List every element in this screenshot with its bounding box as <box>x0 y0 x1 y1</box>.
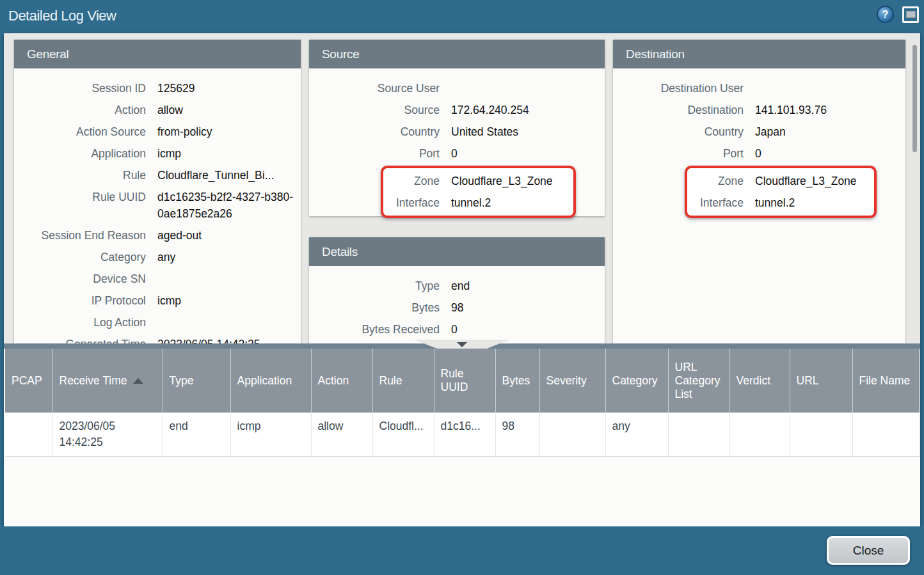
general-panel: General Session ID125629 Actionallow Act… <box>14 40 301 343</box>
source-zone-interface-highlight: ZoneCloudflare_L3_Zone Interfacetunnel.2 <box>381 166 576 218</box>
general-panel-header: General <box>14 40 301 68</box>
section-splitter[interactable] <box>4 343 920 349</box>
window-popout-icon-inner <box>906 11 916 18</box>
col-header-rule[interactable]: Rule <box>372 349 434 413</box>
col-header-type[interactable]: Type <box>163 349 230 413</box>
cell-receive-time: 2023/06/05 14:42:25 <box>52 413 163 457</box>
field-source: Source172.64.240.254 <box>309 99 605 121</box>
field-type: Typeend <box>309 275 605 297</box>
cell-bytes: 98 <box>495 413 539 457</box>
col-header-receive-time[interactable]: Receive Time <box>52 349 163 413</box>
chevron-down-icon <box>457 342 467 347</box>
field-generated-time: Generated Time2023/06/05 14:42:25 <box>14 333 301 343</box>
field-category: Categoryany <box>14 246 301 268</box>
field-source-port: Port0 <box>309 143 605 164</box>
cell-verdict <box>729 413 790 457</box>
source-panel-header: Source <box>309 40 605 68</box>
details-panel-header: Details <box>309 237 605 266</box>
cell-category: any <box>605 413 668 457</box>
source-panel: Source Source User Source172.64.240.254 … <box>309 40 605 216</box>
col-header-url-category-list[interactable]: URL Category List <box>668 349 729 413</box>
destination-zone-interface-highlight: ZoneCloudflare_L3_Zone Interfacetunnel.2 <box>685 166 877 218</box>
col-header-file-name[interactable]: File Name <box>852 349 920 413</box>
collapse-handle[interactable] <box>414 340 510 349</box>
field-session-end-reason: Session End Reasonaged-out <box>14 224 301 246</box>
window-popout-icon[interactable] <box>902 6 919 23</box>
dialog-title: Detailed Log View <box>8 0 116 32</box>
cell-pcap <box>5 413 52 457</box>
destination-panel-header: Destination <box>613 40 905 68</box>
cell-rule-uuid: d1c16... <box>434 413 495 457</box>
col-header-category[interactable]: Category <box>605 349 668 413</box>
field-bytes: Bytes98 <box>309 297 605 319</box>
help-icon[interactable]: ? <box>877 6 894 23</box>
field-device-sn: Device SN <box>14 268 301 290</box>
field-destination-zone: ZoneCloudflare_L3_Zone <box>687 170 872 192</box>
col-header-bytes[interactable]: Bytes <box>495 349 539 413</box>
col-header-pcap[interactable]: PCAP <box>5 349 52 413</box>
log-detail-section: General Session ID125629 Actionallow Act… <box>4 33 920 343</box>
field-source-interface: Interfacetunnel.2 <box>383 192 571 214</box>
dialog-footer: Close <box>0 526 924 575</box>
help-glyph: ? <box>882 9 889 20</box>
detail-scrollbar-thumb[interactable] <box>912 45 917 152</box>
field-action-source: Action Sourcefrom-policy <box>14 121 301 143</box>
col-header-verdict[interactable]: Verdict <box>729 349 790 413</box>
col-header-rule-uuid[interactable]: Rule UUID <box>434 349 495 413</box>
field-destination-port: Port0 <box>613 143 905 164</box>
field-bytes-received: Bytes Received0 <box>309 319 605 340</box>
field-ip-protocol: IP Protocolicmp <box>14 290 301 311</box>
field-application: Applicationicmp <box>14 143 301 164</box>
field-rule-uuid: Rule UUIDd1c16235-b2f2-4327-b380-0ae1875… <box>14 186 301 224</box>
close-button[interactable]: Close <box>827 536 910 565</box>
field-action: Actionallow <box>14 99 301 121</box>
destination-panel: Destination Destination User Destination… <box>613 40 905 343</box>
cell-severity <box>539 413 605 457</box>
field-rule: RuleCloudflare_Tunnel_Bi... <box>14 164 301 186</box>
log-table-row[interactable]: 2023/06/05 14:42:25 end icmp allow Cloud… <box>5 413 920 457</box>
col-header-application[interactable]: Application <box>230 349 311 413</box>
field-source-country: CountryUnited States <box>309 121 605 143</box>
field-destination-user: Destination User <box>613 77 905 99</box>
cell-action: allow <box>311 413 372 457</box>
log-table-header-row: PCAP Receive Time Type Application Actio… <box>5 349 920 413</box>
col-header-url[interactable]: URL <box>790 349 852 413</box>
sort-ascending-icon <box>133 378 143 384</box>
field-destination: Destination141.101.93.76 <box>613 99 905 121</box>
cell-rule: Cloudfl... <box>372 413 434 457</box>
field-log-action: Log Action <box>14 311 301 333</box>
details-panel: Details Typeend Bytes98 Bytes Received0 <box>309 237 605 343</box>
detail-scrollbar-track[interactable] <box>912 41 918 335</box>
log-table-section: PCAP Receive Time Type Application Actio… <box>4 349 920 526</box>
cell-application: icmp <box>230 413 311 457</box>
cell-url <box>790 413 852 457</box>
col-header-action[interactable]: Action <box>311 349 372 413</box>
field-destination-interface: Interfacetunnel.2 <box>687 192 872 214</box>
cell-file-name <box>852 413 920 457</box>
cell-url-category-list <box>668 413 729 457</box>
dialog-titlebar: Detailed Log View ? <box>0 0 924 33</box>
field-source-user: Source User <box>309 77 605 99</box>
field-source-zone: ZoneCloudflare_L3_Zone <box>383 170 571 192</box>
cell-type: end <box>163 413 230 457</box>
log-table: PCAP Receive Time Type Application Actio… <box>5 349 920 457</box>
col-header-severity[interactable]: Severity <box>539 349 605 413</box>
dialog-content: General Session ID125629 Actionallow Act… <box>4 33 920 526</box>
field-destination-country: CountryJapan <box>613 121 905 143</box>
field-session-id: Session ID125629 <box>14 77 301 99</box>
